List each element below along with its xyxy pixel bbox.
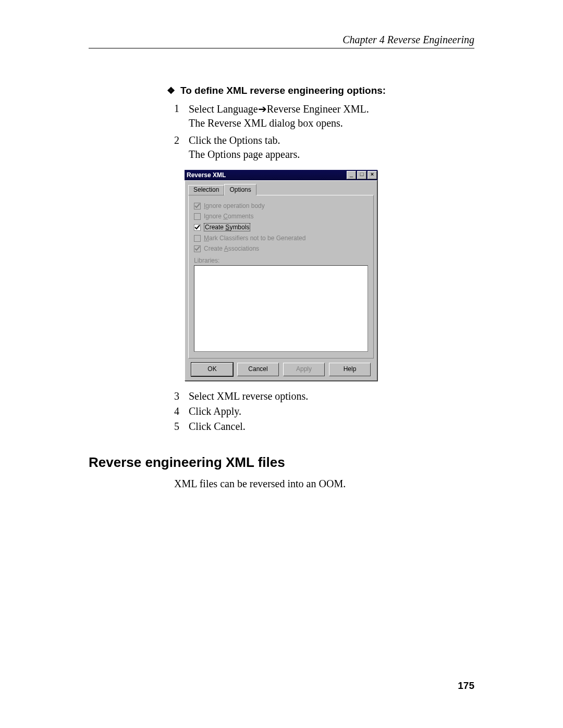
- step-1-sub: The Reverse XML dialog box opens.: [167, 117, 474, 129]
- tab-selection[interactable]: Selection: [188, 185, 224, 195]
- step-text: Click Cancel.: [189, 421, 246, 433]
- checkbox-icon[interactable]: [194, 245, 201, 252]
- step-4: 4 Click Apply.: [167, 405, 474, 417]
- option-label: Mark Classifiers not to be Generated: [204, 235, 305, 242]
- dialog-title: Reverse XML: [187, 171, 346, 179]
- dialog-body: Selection Options Ignore operation body: [185, 180, 377, 381]
- titlebar: Reverse XML _ □ ×: [185, 170, 377, 180]
- checkbox-icon[interactable]: [194, 224, 201, 231]
- page-number: 175: [458, 680, 474, 692]
- checkbox-icon[interactable]: [194, 203, 201, 209]
- step-number: 1: [174, 103, 189, 115]
- option-label: Create Associations: [204, 245, 259, 252]
- minimize-icon[interactable]: _: [347, 171, 356, 179]
- libraries-label: Libraries:: [194, 257, 368, 264]
- ok-button[interactable]: OK: [191, 363, 233, 376]
- cancel-button[interactable]: Cancel: [237, 363, 279, 376]
- apply-button[interactable]: Apply: [283, 363, 325, 376]
- option-ignore-operation-body: Ignore operation body: [194, 202, 368, 209]
- option-create-associations: Create Associations: [194, 245, 368, 252]
- checkbox-icon[interactable]: [194, 213, 201, 220]
- tab-options[interactable]: Options: [224, 184, 256, 195]
- step-text: Click the Options tab.: [189, 134, 280, 146]
- step-number: 4: [174, 405, 189, 417]
- step-text: Click Apply.: [189, 405, 241, 417]
- checkbox-icon[interactable]: [194, 235, 201, 242]
- step-text: Select Language➔Reverse Engineer XML.: [189, 103, 369, 115]
- step-2: 2 Click the Options tab.: [167, 134, 474, 146]
- step-number: 3: [174, 390, 189, 402]
- maximize-icon[interactable]: □: [357, 171, 366, 179]
- option-label: Ignore operation body: [204, 202, 265, 209]
- page: Chapter 4 Reverse Engineering To define …: [0, 0, 563, 728]
- step-2-sub: The Options page appears.: [167, 149, 474, 161]
- dialog-button-row: OK Cancel Apply Help: [188, 363, 374, 376]
- option-label: Create Symbols: [204, 223, 250, 231]
- section-heading: Reverse engineering XML files: [89, 454, 474, 471]
- reverse-xml-dialog: Reverse XML _ □ × Selection Options: [185, 170, 377, 381]
- option-ignore-comments: Ignore Comments: [194, 213, 368, 220]
- procedure-title: To define XML reverse engineering option…: [167, 85, 474, 96]
- running-header: Chapter 4 Reverse Engineering: [89, 34, 474, 48]
- option-mark-classifiers: Mark Classifiers not to be Generated: [194, 235, 368, 242]
- section-paragraph: XML files can be reversed into an OOM.: [89, 478, 474, 490]
- step-text: Select XML reverse options.: [189, 390, 308, 402]
- step-number: 5: [174, 421, 189, 433]
- options-panel: Ignore operation body Ignore Comments Cr…: [188, 195, 374, 359]
- step-5: 5 Click Cancel.: [167, 421, 474, 433]
- step-3: 3 Select XML reverse options.: [167, 390, 474, 402]
- close-icon[interactable]: ×: [368, 171, 377, 179]
- option-label: Ignore Comments: [204, 213, 253, 220]
- main-content: To define XML reverse engineering option…: [89, 85, 474, 433]
- step-1: 1 Select Language➔Reverse Engineer XML.: [167, 103, 474, 115]
- embedded-dialog-figure: Reverse XML _ □ × Selection Options: [185, 170, 474, 381]
- option-create-symbols[interactable]: Create Symbols: [194, 223, 368, 231]
- libraries-listbox[interactable]: [194, 265, 368, 352]
- help-button[interactable]: Help: [329, 363, 371, 376]
- step-number: 2: [174, 134, 189, 146]
- tab-strip: Selection Options: [188, 184, 374, 195]
